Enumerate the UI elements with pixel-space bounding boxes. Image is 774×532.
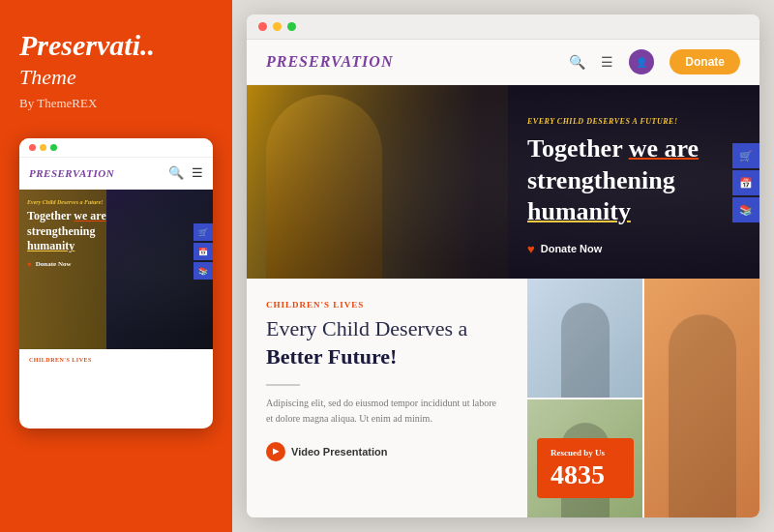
browser-logo: Preservation <box>266 53 393 71</box>
browser-sidebar-icons: 🛒 📅 📚 <box>732 143 759 222</box>
bottom-title: Every Child Deserves a Better Future! <box>266 315 508 370</box>
left-panel: Preservati.. Theme By ThemeREX Preservat… <box>0 0 232 532</box>
rescued-label: Rescued by Us <box>551 448 620 458</box>
hero-title-humanity: humanity <box>527 197 631 225</box>
mobile-children-label: Children's Lives <box>29 357 203 363</box>
browser-content: Preservation 🔍 ☰ 👤 Donate Ev <box>247 40 759 517</box>
browser-nav: Preservation 🔍 ☰ 👤 Donate <box>247 40 759 85</box>
photo-cell-1 <box>527 279 642 398</box>
person-shape-1 <box>561 303 610 398</box>
browser-dot-green <box>287 22 296 31</box>
mobile-titlebar <box>19 138 213 158</box>
avatar-icon: 👤 <box>636 57 647 68</box>
mobile-tagline: Every Child Deserves a Future! <box>27 199 205 205</box>
hero-donate-button[interactable]: ♥ Donate Now <box>527 242 740 256</box>
hero-title: Together we are strengthening humanity <box>527 133 740 228</box>
hero-title-together: Together <box>527 134 629 163</box>
mobile-search-icon[interactable]: 🔍 <box>168 165 184 181</box>
browser-search-icon[interactable]: 🔍 <box>569 54 585 71</box>
mobile-title-humanity: humanity <box>27 239 74 252</box>
children-lives-label: Children's Lives <box>266 300 508 310</box>
bottom-title-line1: Every Child Deserves a <box>266 316 467 340</box>
bottom-section: Children's Lives Every Child Deserves a … <box>247 279 759 517</box>
hero-title-strengthening: strengthening <box>527 166 675 194</box>
mobile-heart-icon: ♥ <box>27 260 32 269</box>
mobile-donate-button[interactable]: ♥ Donate Now <box>27 260 205 269</box>
hero-donate-label: Donate Now <box>541 243 603 254</box>
mobile-menu-icon[interactable]: ☰ <box>192 165 203 181</box>
hero-section: Every Child Deserves a Future! Together … <box>247 85 759 279</box>
theme-author: By ThemeREX <box>19 96 213 111</box>
mobile-title-together: Together <box>27 209 74 222</box>
browser-donate-button[interactable]: Donate <box>670 49 740 74</box>
theme-subtitle: Theme <box>19 65 213 90</box>
hero-heart-icon: ♥ <box>527 242 535 256</box>
video-btn-label: Video Presentation <box>291 446 387 458</box>
bottom-title-line2: Better Future! <box>266 344 397 369</box>
browser-avatar[interactable]: 👤 <box>629 49 654 74</box>
browser-window: Preservation 🔍 ☰ 👤 Donate Ev <box>247 15 759 517</box>
mobile-hero: Every Child Deserves a Future! Together … <box>19 190 213 349</box>
browser-nav-right: 🔍 ☰ 👤 Donate <box>569 49 740 74</box>
browser-sidebar-cart[interactable]: 🛒 <box>732 143 759 168</box>
browser-dot-yellow <box>273 22 282 31</box>
bottom-description: Adipiscing elit, sed do eiusmod tempor i… <box>266 396 498 427</box>
hero-tagline: Every Child Deserves a Future! <box>527 117 740 126</box>
mobile-donate-label: Donate Now <box>36 260 72 268</box>
mobile-mockup: Preservation 🔍 ☰ Every Child Deserves a … <box>19 138 213 429</box>
mobile-nav-icons: 🔍 ☰ <box>168 165 203 181</box>
bottom-divider <box>266 384 300 386</box>
rescued-number: 4835 <box>551 461 620 488</box>
mobile-nav: Preservation 🔍 ☰ <box>19 158 213 190</box>
hero-content: Every Child Deserves a Future! Together … <box>247 85 759 279</box>
browser-titlebar <box>247 15 759 40</box>
person-shape-2 <box>669 314 736 517</box>
dot-green <box>50 144 57 151</box>
play-icon: ▶ <box>266 442 285 461</box>
browser-dot-red <box>258 22 267 31</box>
photo-cell-2 <box>644 279 759 517</box>
browser-sidebar-calendar[interactable]: 📅 <box>732 170 759 195</box>
dot-red <box>29 144 36 151</box>
mobile-children-lives: Children's Lives <box>19 349 213 373</box>
theme-title: Preservati.. <box>19 29 213 61</box>
browser-menu-icon[interactable]: ☰ <box>601 54 613 71</box>
browser-sidebar-book[interactable]: 📚 <box>732 197 759 222</box>
dot-yellow <box>40 144 46 151</box>
rescued-badge: Rescued by Us 4835 <box>537 438 634 498</box>
mobile-hero-title: Together we are strengthening humanity <box>27 209 205 254</box>
bottom-left: Children's Lives Every Child Deserves a … <box>247 279 527 517</box>
video-presentation-button[interactable]: ▶ Video Presentation <box>266 442 387 461</box>
hero-title-we-are: we are <box>629 134 699 163</box>
mobile-title-strengthening: strengthening <box>27 224 95 238</box>
right-panel: Preservation 🔍 ☰ 👤 Donate Ev <box>232 0 774 532</box>
mobile-logo: Preservation <box>29 167 114 179</box>
mobile-hero-content: Every Child Deserves a Future! Together … <box>19 190 213 277</box>
mobile-title-we-are: we are <box>74 209 105 222</box>
bottom-right: Rescued by Us 4835 <box>527 279 759 517</box>
